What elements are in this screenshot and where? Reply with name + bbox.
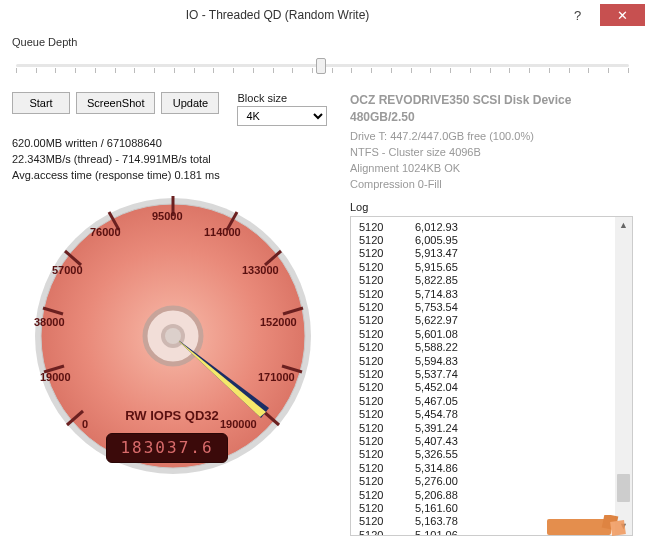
- log-row: 51205,467.05: [359, 395, 607, 408]
- gauge-tick-3: 57000: [52, 264, 83, 276]
- screenshot-button[interactable]: ScreenShot: [76, 92, 155, 114]
- gauge-tick-4: 76000: [90, 226, 121, 238]
- log-row: 51205,391.24: [359, 422, 607, 435]
- gauge: 0 19000 38000 57000 76000 95000 114000 1…: [12, 186, 332, 496]
- log-row: 51205,326.55: [359, 448, 607, 461]
- device-free: Drive T: 447.2/447.0GB free (100.0%): [350, 129, 633, 145]
- svg-point-17: [165, 328, 181, 344]
- slider-thumb[interactable]: [316, 58, 326, 74]
- log-label: Log: [350, 201, 633, 213]
- gauge-lcd: 183037.6: [106, 433, 228, 463]
- device-fs: NTFS - Cluster size 4096B: [350, 145, 633, 161]
- gauge-tick-5: 95000: [152, 210, 183, 222]
- device-comp: Compression 0-Fill: [350, 177, 633, 193]
- stats-line2: 22.343MB/s (thread) - 714.991MB/s total: [12, 152, 332, 168]
- log-row: 51206,012.93: [359, 221, 607, 234]
- log-panel: 51206,012.9351206,005.9551205,913.475120…: [350, 216, 633, 536]
- log-row: 51205,915.65: [359, 261, 607, 274]
- stats-line3: Avg.access time (response time) 0.181 ms: [12, 168, 332, 184]
- gauge-tick-8: 152000: [260, 316, 297, 328]
- stats-line1: 620.00MB written / 671088640: [12, 136, 332, 152]
- log-row: 51205,913.47: [359, 247, 607, 260]
- gauge-tick-6: 114000: [204, 226, 241, 238]
- close-button[interactable]: ✕: [600, 4, 645, 26]
- device-name: OCZ REVODRIVE350 SCSI Disk Device 480GB/…: [350, 92, 633, 127]
- log-row: 51205,537.74: [359, 368, 607, 381]
- log-row: 51205,822.85: [359, 274, 607, 287]
- block-size-select[interactable]: 4K: [237, 106, 327, 126]
- log-row: 51205,601.08: [359, 328, 607, 341]
- device-align: Alignment 1024KB OK: [350, 161, 633, 177]
- gauge-tick-7: 133000: [242, 264, 279, 276]
- log-scrollbar[interactable]: ▲ ▼: [615, 217, 632, 535]
- queue-depth-label: Queue Depth: [12, 36, 633, 48]
- log-row: 51205,161.60: [359, 502, 607, 515]
- gauge-title: RW IOPS QD32: [12, 408, 332, 423]
- log-row: 51205,452.04: [359, 381, 607, 394]
- watermark-logo: [547, 515, 637, 539]
- help-button[interactable]: ?: [555, 4, 600, 26]
- log-row: 51205,314.86: [359, 462, 607, 475]
- log-row: 51205,454.78: [359, 408, 607, 421]
- device-info: OCZ REVODRIVE350 SCSI Disk Device 480GB/…: [350, 92, 633, 193]
- log-body[interactable]: 51206,012.9351206,005.9551205,913.475120…: [351, 217, 615, 535]
- log-row: 51206,005.95: [359, 234, 607, 247]
- gauge-tick-2: 38000: [34, 316, 65, 328]
- scroll-thumb[interactable]: [617, 474, 630, 502]
- log-row: 51205,588.22: [359, 341, 607, 354]
- window-title: IO - Threaded QD (Random Write): [0, 8, 555, 22]
- svg-rect-20: [610, 520, 626, 536]
- update-button[interactable]: Update: [161, 92, 219, 114]
- log-row: 51205,622.97: [359, 314, 607, 327]
- svg-rect-18: [547, 519, 611, 535]
- log-row: 51205,714.83: [359, 288, 607, 301]
- log-row: 51205,276.00: [359, 475, 607, 488]
- title-bar: IO - Threaded QD (Random Write) ? ✕: [0, 0, 645, 30]
- block-size-label: Block size: [237, 92, 327, 104]
- start-button[interactable]: Start: [12, 92, 70, 114]
- log-row: 51205,594.83: [359, 355, 607, 368]
- log-row: 51205,206.88: [359, 489, 607, 502]
- log-row: 51205,753.54: [359, 301, 607, 314]
- gauge-tick-9: 171000: [258, 371, 295, 383]
- queue-depth-slider[interactable]: [16, 56, 629, 76]
- gauge-tick-1: 19000: [40, 371, 71, 383]
- stats-block: 620.00MB written / 671088640 22.343MB/s …: [12, 136, 332, 184]
- log-row: 51205,407.43: [359, 435, 607, 448]
- scroll-up-icon[interactable]: ▲: [615, 217, 632, 234]
